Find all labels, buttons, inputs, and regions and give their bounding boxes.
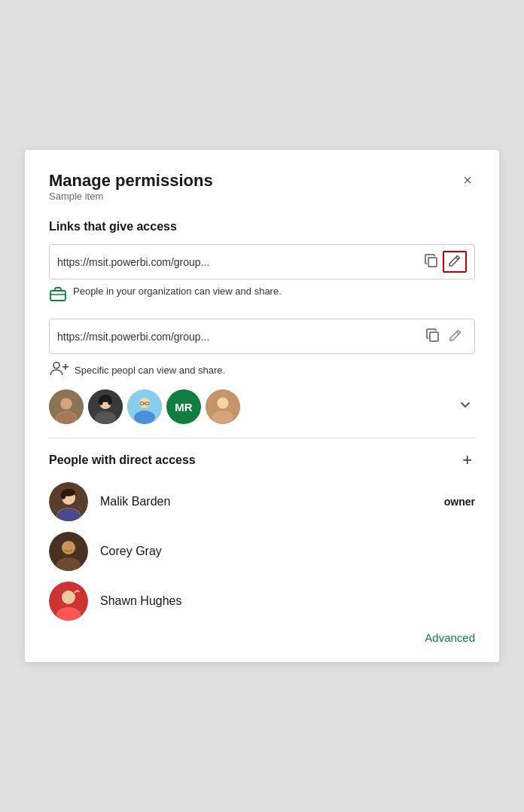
panel-title: Manage permissions [49, 171, 213, 191]
copy-link-button-1[interactable] [420, 251, 443, 273]
person-row-malik: Malik Barden owner [49, 482, 475, 521]
svg-point-36 [61, 492, 66, 499]
links-section-heading: Links that give access [49, 220, 475, 234]
avatar-3 [127, 389, 162, 424]
panel-header: Manage permissions Sample item × [49, 171, 475, 217]
svg-rect-1 [50, 291, 66, 301]
advanced-row: Advanced [49, 631, 475, 644]
svg-rect-0 [428, 258, 437, 267]
avatar-2 [88, 389, 123, 424]
panel-subtitle: Sample item [49, 191, 213, 202]
avatar-malik [49, 482, 88, 521]
edit-link-button-1[interactable] [443, 251, 467, 273]
avatar-mr: MR [166, 389, 201, 424]
link-row-2: https://msit.powerbi.com/group... [49, 319, 475, 354]
org-icon [49, 285, 67, 307]
link-desc-text-1: People in your organization can view and… [73, 285, 282, 297]
svg-point-4 [53, 362, 59, 368]
person-name-corey: Corey Gray [100, 545, 463, 558]
add-icon: + [462, 450, 472, 469]
direct-access-header: People with direct access + [49, 452, 475, 469]
avatar-5 [206, 389, 240, 424]
specific-desc: Specific peopl can view and share. [49, 360, 475, 380]
manage-permissions-panel: Manage permissions Sample item × Links t… [25, 150, 499, 662]
avatars-row: MR [49, 389, 475, 424]
add-person-button[interactable]: + [459, 452, 475, 469]
edit-link-button-2[interactable] [444, 325, 467, 347]
link-desc-1: People in your organization can view and… [49, 285, 475, 307]
person-row-corey: Corey Gray [49, 532, 475, 571]
link-url-1: https://msit.powerbi.com/group... [57, 256, 420, 268]
specific-desc-text: Specific peopl can view and share. [75, 365, 225, 376]
svg-rect-3 [430, 332, 438, 341]
specific-people-icon [49, 360, 69, 380]
link-block-2: https://msit.powerbi.com/group... [49, 319, 475, 424]
link-block-1: https://msit.powerbi.com/group... [49, 244, 475, 307]
person-name-malik: Malik Barden [100, 495, 432, 508]
direct-access-heading: People with direct access [49, 453, 196, 467]
svg-point-19 [108, 398, 112, 405]
close-button[interactable]: × [460, 171, 475, 189]
svg-point-22 [134, 411, 155, 424]
svg-point-41 [62, 542, 75, 554]
avatar-1 [49, 389, 84, 424]
link-url-2: https://msit.powerbi.com/group... [57, 331, 422, 343]
svg-point-12 [56, 412, 76, 424]
person-name-shawn: Shawn Hughes [100, 594, 463, 608]
person-role-malik: owner [444, 496, 475, 508]
svg-point-45 [62, 591, 75, 604]
copy-link-button-2[interactable] [422, 325, 444, 347]
svg-point-29 [212, 411, 233, 424]
svg-point-30 [218, 398, 228, 408]
svg-point-18 [99, 398, 103, 405]
avatar-corey [49, 532, 88, 571]
person-row-shawn: Shawn Hughes [49, 582, 475, 621]
expand-avatars-button[interactable] [455, 395, 475, 419]
advanced-button[interactable]: Advanced [425, 631, 475, 644]
section-divider [49, 438, 475, 438]
svg-point-11 [61, 398, 72, 409]
avatar-shawn [49, 582, 88, 621]
link-row-1: https://msit.powerbi.com/group... [49, 244, 475, 279]
